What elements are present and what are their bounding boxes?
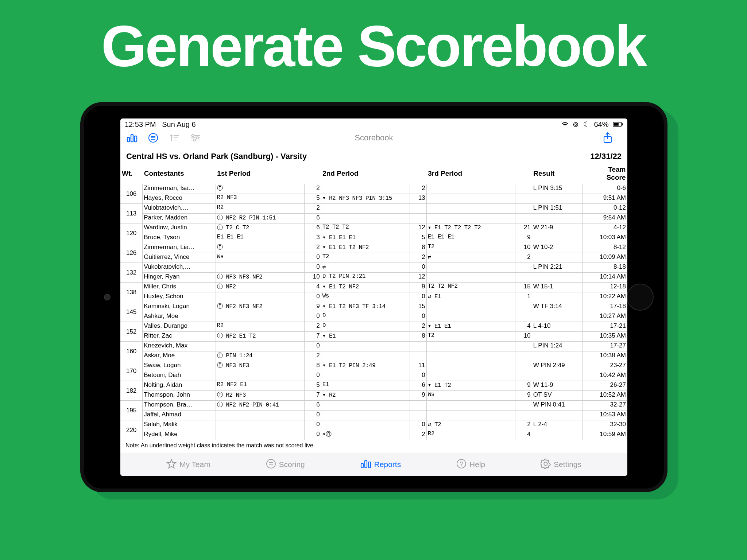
p3-events: T2	[426, 332, 515, 342]
p1-score: 5	[304, 194, 321, 204]
tab-settings[interactable]: Settings	[541, 459, 581, 471]
table-row[interactable]: 120Wardlow, JustinⓉ T2 C T26 T2 T2 T212▾…	[120, 223, 627, 233]
p2-score: 11	[410, 361, 426, 371]
p1-events	[216, 342, 304, 351]
p2-events	[321, 184, 410, 194]
table-row[interactable]: Ashkar, Moe0D010:27 AM	[120, 312, 627, 322]
table-row[interactable]: Parker, MaddenⓉ NF2 R2 PIN 1:5169:54 AM	[120, 214, 627, 223]
table-row[interactable]: Bruce, Tyson E1 E1 E13▾ E1 E1 E15 E1 E1 …	[120, 233, 627, 243]
table-row[interactable]: Ritter, ZacⓉ NF2 E1 T27▾ E18 T21010:35 A…	[120, 332, 627, 342]
team-score-cell: 32-27	[583, 401, 627, 411]
table-row[interactable]: Huxley, Schon0 Ws0⇄ E1110:22 AM	[120, 292, 627, 302]
p2-score: 0	[410, 312, 426, 322]
table-row[interactable]: Hinger, RyanⓉ NF3 NF3 NF210D T2 PIN 2:21…	[120, 273, 627, 283]
result-cell	[532, 351, 583, 361]
p3-score: 4	[515, 430, 532, 440]
table-row[interactable]: 160Knezevich, Max0L PIN 1:2417-27	[120, 342, 627, 351]
table-row[interactable]: 113Vuiobtatovich,… R22L PIN 1:510-12	[120, 204, 627, 214]
p2-events	[321, 351, 410, 361]
team-score-cell: 17-27	[583, 342, 627, 351]
tab-my-team[interactable]: My Team	[166, 459, 210, 471]
p3-score	[515, 204, 532, 214]
tab-scoring[interactable]: Scoring	[266, 459, 305, 471]
ipad-home-button[interactable]	[627, 284, 654, 311]
tab-reports[interactable]: Reports	[360, 459, 401, 470]
p1-score: 9	[304, 302, 321, 312]
wrestler-name: Nolting, Aidan	[143, 381, 216, 391]
wrestler-name: Kaminski, Logan	[143, 302, 216, 312]
p2-events: T2 T2 T2	[321, 223, 410, 233]
ipad-frame: 12:53 PM Sun Aug 6 ⊚ ☾ 64%	[80, 102, 667, 492]
p3-events	[426, 194, 515, 204]
table-row[interactable]: Rydell, Mike0▾Ⓡ2 R2410:59 AM	[120, 430, 627, 440]
p1-events: R2	[216, 322, 304, 332]
wrestler-name: Vuiobtatovich,…	[143, 204, 216, 214]
table-row[interactable]: Hayes, Rocco R2 NF35▾ R2 NF3 NF3 PIN 3:1…	[120, 194, 627, 204]
p3-score	[515, 302, 532, 312]
table-row[interactable]: 182Nolting, Aidan R2 NF2 E15 E16▾ E1 T29…	[120, 381, 627, 391]
table-row[interactable]: 170Swaw, LoganⓉ NF3 NF38▾ E1 T2 PIN 2:49…	[120, 361, 627, 371]
th-wt: Wt.	[120, 164, 143, 184]
table-row[interactable]: 220Salah, Malik00⇄ T22L 2-432-30	[120, 420, 627, 430]
tab-bar: My Team Scoring Reports ?	[120, 453, 627, 476]
p3-score	[515, 273, 532, 283]
p3-events	[426, 411, 515, 420]
svg-rect-27	[368, 462, 371, 468]
tab-label: My Team	[179, 460, 210, 469]
svg-rect-3	[127, 137, 129, 142]
share-icon[interactable]	[601, 132, 614, 143]
table-row[interactable]: 195Thompson, Bra…Ⓣ NF2 NF2 PIN 0:416W PI…	[120, 401, 627, 411]
wrestler-name: Hinger, Ryan	[143, 273, 216, 283]
wrestler-name: Zimmerman, Lia…	[143, 243, 216, 253]
p1-events: R2 NF3	[216, 194, 304, 204]
table-row[interactable]: Thomspon, JohnⓉ R2 NF37▾ R29 Ws9OT SV10:…	[120, 391, 627, 401]
chart-icon[interactable]	[125, 132, 139, 143]
p2-score: 0	[410, 292, 426, 302]
p1-events: Ⓣ NF3 NF3 NF2	[216, 273, 304, 283]
table-row[interactable]: 145Kaminski, LoganⓉ NF2 NF3 NF29▾ E1 T2 …	[120, 302, 627, 312]
p1-score: 4	[304, 283, 321, 292]
p1-score: 6	[304, 401, 321, 411]
p2-score: 12	[410, 223, 426, 233]
weight-cell: 195	[120, 401, 143, 420]
p1-events: Ⓣ T2 C T2	[216, 223, 304, 233]
p1-score: 0	[304, 342, 321, 351]
table-row[interactable]: 106Zimmerman, Isa…Ⓣ22L PIN 3:150-6	[120, 184, 627, 194]
p3-events: ▾ E1 T2	[426, 381, 515, 391]
filter-icon[interactable]	[189, 132, 202, 143]
result-cell: L PIN 1:51	[532, 204, 583, 214]
wrestler-name: Salah, Malik	[143, 420, 216, 430]
p3-score	[515, 214, 532, 223]
p2-events	[321, 401, 410, 411]
team-score-cell: 10:38 AM	[583, 351, 627, 361]
svg-text:?: ?	[460, 461, 463, 467]
team-score-cell: 10:09 AM	[583, 253, 627, 263]
table-row[interactable]: 138Miller, ChrisⓉ NF24▾ E1 T2 NF29 T2 T2…	[120, 283, 627, 292]
table-row[interactable]: Guitierrez, Vince Ws0 T22⇄210:09 AM	[120, 253, 627, 263]
p2-events: ▾Ⓡ	[321, 430, 410, 440]
p2-events: ▾ E1 E1 E1	[321, 233, 410, 243]
table-row[interactable]: 152Valles, Durango R22D2▾ E1 E14L 4-1017…	[120, 322, 627, 332]
table-row[interactable]: Betouni, Diah0010:42 AM	[120, 371, 627, 381]
p1-events: Ⓣ NF2 NF3 NF2	[216, 302, 304, 312]
tab-help[interactable]: ? Help	[456, 459, 485, 471]
circle-menu-icon[interactable]	[147, 132, 160, 143]
table-row[interactable]: 126Zimmerman, Lia…Ⓣ2▾ E1 E1 T2 NF28 T210…	[120, 243, 627, 253]
table-row[interactable]: Askar, MoeⓉ PIN 1:24210:38 AM	[120, 351, 627, 361]
result-cell	[532, 233, 583, 243]
table-row[interactable]: 132Vukobratovich,…0⇄0L PIN 2:218-18	[120, 263, 627, 273]
p2-events: E1	[321, 381, 410, 391]
p3-events	[426, 184, 515, 194]
p3-events	[426, 214, 515, 223]
svg-point-19	[193, 139, 196, 141]
p3-score: 2	[515, 253, 532, 263]
table-row[interactable]: Jaffal, Ahmad010:53 AM	[120, 411, 627, 420]
p1-score: 10	[304, 273, 321, 283]
p3-score: 15	[515, 283, 532, 292]
match-date: 12/31/22	[590, 152, 622, 161]
sort-icon[interactable]	[168, 132, 181, 143]
team-score-cell: 32-30	[583, 420, 627, 430]
wrestler-name: Hayes, Rocco	[143, 194, 216, 204]
p2-score: 9	[410, 391, 426, 401]
p2-score	[410, 204, 426, 214]
